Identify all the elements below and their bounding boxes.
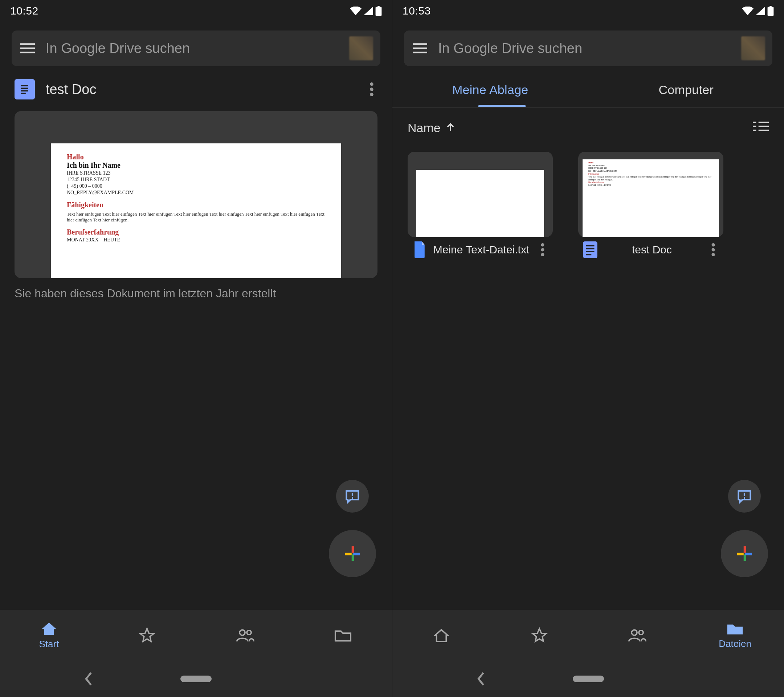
bottom-nav: Start: [0, 610, 392, 661]
more-options-button[interactable]: [363, 81, 380, 98]
doc-addr1: IHRE STRASSE 123: [67, 170, 325, 176]
svg-rect-10: [345, 553, 352, 555]
svg-point-20: [712, 243, 715, 247]
tab-mydrive[interactable]: Meine Ablage: [392, 73, 588, 107]
svg-rect-11: [353, 553, 360, 555]
doc-exp-line: MONAT 20XX – HEUTE: [67, 237, 325, 243]
document-preview[interactable]: Hallo Ich bin Ihr Name IHRE STRASSE 123 …: [15, 111, 377, 278]
nav-home[interactable]: [392, 610, 490, 661]
people-icon: [628, 628, 646, 643]
feedback-button[interactable]: [336, 480, 369, 512]
nav-files[interactable]: [294, 610, 392, 661]
svg-rect-9: [352, 554, 354, 561]
folder-icon: [726, 621, 744, 636]
svg-rect-25: [744, 546, 746, 553]
svg-point-24: [744, 497, 746, 499]
tab-computers[interactable]: Computer: [588, 73, 784, 107]
plus-icon: [735, 544, 754, 564]
nav-favorites[interactable]: [490, 610, 588, 661]
feedback-button[interactable]: [728, 480, 761, 512]
nav-shared[interactable]: [196, 610, 294, 661]
svg-point-7: [352, 497, 354, 499]
file-name: Meine Text-Datei.txt: [429, 243, 534, 256]
status-bar: 10:52: [0, 0, 392, 22]
file-more-button[interactable]: [705, 241, 722, 259]
file-icon: [410, 241, 429, 259]
drive-tabs: Meine Ablage Computer: [392, 73, 784, 107]
wifi-icon: [742, 7, 754, 15]
svg-rect-26: [744, 554, 746, 561]
view-toggle-icon[interactable]: [753, 120, 769, 135]
mini-doc-page: Hallo Ich bin Ihr Name IHRE STRASSE 123 …: [583, 159, 719, 237]
file-grid: Meine Text-Datei.txt Hallo Ich bin Ihr N…: [392, 144, 784, 267]
sort-row[interactable]: Name: [392, 107, 784, 144]
file-more-button[interactable]: [534, 241, 551, 259]
svg-rect-0: [376, 7, 382, 16]
svg-point-13: [247, 631, 251, 635]
file-tile-doc[interactable]: Hallo Ich bin Ihr Name IHRE STRASSE 123 …: [578, 152, 723, 259]
status-icons: [742, 6, 774, 16]
people-icon: [236, 628, 254, 643]
svg-rect-28: [745, 553, 752, 555]
menu-icon[interactable]: [411, 40, 429, 57]
fab-group: [329, 480, 376, 577]
search-placeholder: In Google Drive suchen: [46, 41, 340, 56]
nav-home-label: Start: [39, 639, 59, 650]
avatar[interactable]: [741, 36, 765, 60]
status-time: 10:52: [10, 5, 38, 17]
home-icon: [433, 628, 450, 643]
doc-greeting: Hallo: [67, 153, 325, 161]
nav-favorites[interactable]: [98, 610, 196, 661]
svg-point-30: [639, 631, 644, 635]
doc-addr2: 12345 IHRE STADT: [67, 177, 325, 183]
create-new-button[interactable]: [721, 530, 768, 577]
home-pill[interactable]: [180, 676, 212, 682]
svg-point-4: [370, 87, 374, 91]
svg-rect-15: [769, 6, 772, 7]
tab-indicator: [478, 105, 525, 107]
svg-point-17: [541, 248, 544, 252]
battery-icon: [767, 6, 774, 16]
svg-point-12: [240, 630, 245, 635]
suggested-header[interactable]: test Doc: [0, 73, 392, 106]
screen-files: 10:53 In Google Drive suchen Meine Ablag…: [392, 0, 784, 697]
back-icon[interactable]: [476, 672, 486, 686]
file-tile-txt[interactable]: Meine Text-Datei.txt: [408, 152, 553, 259]
plus-icon: [343, 544, 362, 564]
battery-icon: [375, 6, 382, 16]
home-pill[interactable]: [573, 676, 604, 682]
nav-files-label: Dateien: [719, 638, 751, 649]
svg-point-16: [541, 243, 544, 247]
doc-exp-heading: Berufserfahrung: [67, 228, 325, 236]
svg-rect-1: [377, 6, 380, 7]
search-bar[interactable]: In Google Drive suchen: [404, 30, 772, 66]
search-placeholder: In Google Drive suchen: [438, 41, 732, 56]
doc-name-line: Ich bin Ihr Name: [67, 161, 325, 170]
star-icon: [531, 627, 548, 643]
create-new-button[interactable]: [329, 530, 376, 577]
nav-shared[interactable]: [588, 610, 686, 661]
nav-home[interactable]: Start: [0, 610, 98, 661]
svg-point-29: [632, 630, 637, 635]
fab-group: [721, 480, 768, 577]
status-time: 10:53: [402, 5, 431, 17]
avatar[interactable]: [349, 36, 373, 60]
svg-rect-27: [737, 553, 744, 555]
document-page: Hallo Ich bin Ihr Name IHRE STRASSE 123 …: [51, 143, 341, 278]
doc-email: NO_REPLY@EXAMPLE.COM: [67, 190, 325, 196]
nav-files[interactable]: Dateien: [686, 610, 784, 661]
system-nav: [392, 661, 784, 697]
search-bar[interactable]: In Google Drive suchen: [12, 30, 380, 66]
doc-skills-body: Text hier einfügen Text hier einfügen Te…: [67, 211, 325, 223]
sort-label: Name: [408, 121, 441, 135]
suggested-subtitle: Sie haben dieses Dokument im letzten Jah…: [0, 278, 392, 309]
back-icon[interactable]: [84, 672, 93, 686]
file-thumbnail: Hallo Ich bin Ihr Name IHRE STRASSE 123 …: [578, 152, 723, 237]
doc-skills-heading: Fähigkeiten: [67, 201, 325, 209]
suggested-title: test Doc: [46, 82, 363, 97]
svg-rect-14: [768, 7, 774, 16]
docs-icon: [581, 241, 599, 259]
status-icons: [350, 6, 382, 16]
sort-asc-icon: [446, 121, 455, 135]
menu-icon[interactable]: [19, 40, 36, 57]
